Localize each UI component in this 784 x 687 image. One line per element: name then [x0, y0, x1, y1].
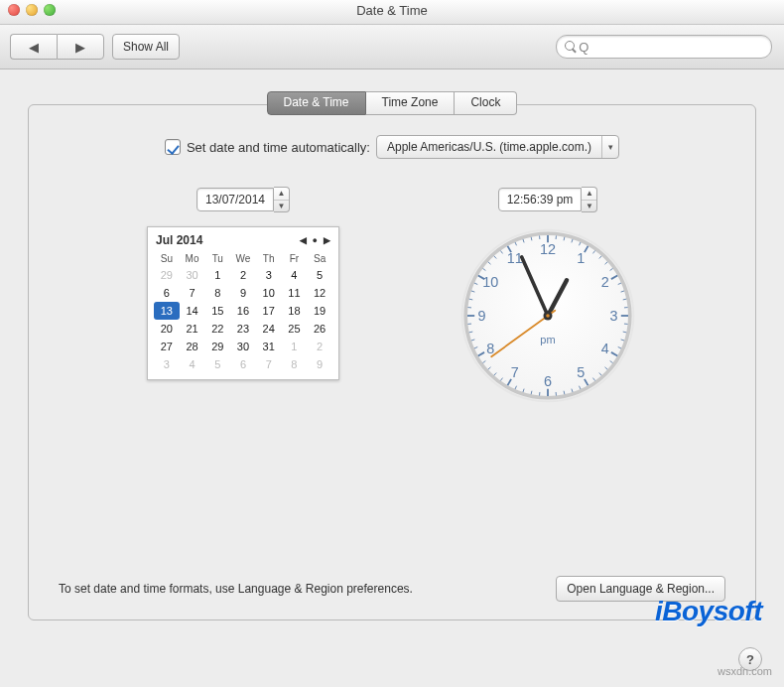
search-icon: [565, 41, 575, 53]
svg-text:5: 5: [577, 364, 585, 380]
calendar-day[interactable]: 13: [154, 302, 180, 320]
calendar-day[interactable]: 14: [180, 302, 205, 320]
tab-time-zone[interactable]: Time Zone: [366, 91, 456, 115]
stepper-down-icon[interactable]: ▼: [582, 201, 596, 212]
calendar-day[interactable]: 8: [204, 284, 230, 302]
calendar-prev-button[interactable]: ◀: [300, 235, 307, 245]
window-title: Date & Time: [356, 3, 428, 18]
calendar-day[interactable]: 18: [282, 302, 308, 320]
stepper-up-icon[interactable]: ▲: [582, 188, 596, 201]
svg-text:1: 1: [577, 250, 585, 266]
calendar-day[interactable]: 2: [230, 266, 256, 284]
auto-set-row: Set date and time automatically: Apple A…: [59, 135, 725, 159]
calendar-day: 5: [204, 355, 230, 373]
nav-back-button[interactable]: ◀: [10, 34, 57, 60]
time-stepper-arrows[interactable]: ▲ ▼: [582, 187, 597, 212]
calendar-day: 9: [307, 355, 332, 373]
panel: Set date and time automatically: Apple A…: [28, 104, 756, 620]
calendar-today-button[interactable]: ●: [313, 235, 318, 245]
calendar-day[interactable]: 22: [204, 320, 230, 338]
time-stepper[interactable]: 12:56:39 pm ▲ ▼: [498, 187, 598, 212]
calendar-day[interactable]: 30: [230, 338, 256, 355]
calendar-day: 8: [282, 355, 308, 373]
toolbar: ◀ ▶ Show All Q: [0, 25, 784, 69]
calendar-day[interactable]: 9: [230, 284, 256, 302]
nav-forward-button[interactable]: ▶: [57, 34, 104, 60]
search-field[interactable]: Q: [556, 35, 772, 59]
calendar-day[interactable]: 17: [256, 302, 282, 320]
calendar-day: 2: [307, 338, 332, 355]
calendar-day[interactable]: 1: [204, 266, 230, 284]
minimize-window-button[interactable]: [26, 4, 38, 16]
calendar-day[interactable]: 12: [307, 284, 332, 302]
time-field[interactable]: 12:56:39 pm: [498, 188, 583, 211]
calendar-day[interactable]: 7: [180, 284, 205, 302]
calendar-day[interactable]: 27: [154, 338, 180, 355]
time-server-value: Apple Americas/U.S. (time.apple.com.): [377, 140, 601, 154]
zoom-window-button[interactable]: [44, 4, 56, 16]
show-all-label: Show All: [123, 40, 169, 54]
calendar-dow: Mo: [180, 251, 205, 266]
stepper-down-icon[interactable]: ▼: [274, 201, 289, 212]
calendar-day[interactable]: 21: [180, 320, 205, 338]
calendar-day[interactable]: 26: [307, 320, 332, 338]
calendar-day[interactable]: 23: [230, 320, 256, 338]
body: Date & Time Time Zone Clock Set date and…: [0, 69, 784, 687]
calendar-day[interactable]: 3: [256, 266, 282, 284]
tab-date-time[interactable]: Date & Time: [267, 91, 366, 115]
tab-strip: Date & Time Time Zone Clock: [28, 91, 756, 115]
calendar-dow: Su: [154, 251, 180, 266]
calendar-day[interactable]: 16: [230, 302, 256, 320]
calendar-day[interactable]: 6: [154, 284, 180, 302]
auto-set-label: Set date and time automatically:: [187, 140, 370, 155]
preferences-window: Date & Time ◀ ▶ Show All Q Date & Time T…: [0, 0, 784, 687]
search-input[interactable]: [588, 39, 763, 55]
svg-text:9: 9: [477, 308, 485, 324]
calendar-day[interactable]: 15: [204, 302, 230, 320]
calendar-day[interactable]: 19: [307, 302, 332, 320]
tab-clock[interactable]: Clock: [455, 91, 517, 115]
calendar-day: 4: [180, 355, 205, 373]
calendar-day: 3: [154, 355, 180, 373]
nav-back-forward: ◀ ▶: [10, 34, 104, 60]
search-glyph: Q: [579, 40, 588, 55]
date-stepper[interactable]: 13/07/2014 ▲ ▼: [196, 187, 290, 212]
calendar-next-button[interactable]: ▶: [324, 235, 330, 245]
svg-text:2: 2: [601, 274, 609, 290]
date-time-columns: 13/07/2014 ▲ ▼ Jul 2014 ◀ ● ▶: [59, 187, 725, 405]
attribution-text: wsxdn.com: [718, 665, 772, 677]
stepper-up-icon[interactable]: ▲: [274, 188, 289, 201]
analog-clock: 121234567891011 pm: [458, 226, 637, 405]
calendar-day[interactable]: 29: [204, 338, 230, 355]
footer-row: To set date and time formats, use Langua…: [59, 576, 725, 602]
show-all-button[interactable]: Show All: [112, 34, 180, 60]
calendar-day[interactable]: 24: [256, 320, 282, 338]
calendar-day[interactable]: 28: [180, 338, 205, 355]
calendar-day: 1: [282, 338, 308, 355]
calendar-day[interactable]: 31: [256, 338, 282, 355]
calendar-day[interactable]: 10: [256, 284, 282, 302]
date-field[interactable]: 13/07/2014: [196, 188, 274, 211]
calendar-dow: Tu: [204, 251, 230, 266]
date-stepper-arrows[interactable]: ▲ ▼: [274, 187, 290, 212]
auto-set-checkbox[interactable]: [165, 139, 181, 155]
calendar-dow: Fr: [282, 251, 308, 266]
calendar-day[interactable]: 4: [282, 266, 308, 284]
clock-ampm-label: pm: [540, 334, 555, 345]
close-window-button[interactable]: [8, 4, 20, 16]
calendar-day[interactable]: 11: [282, 284, 308, 302]
svg-point-78: [546, 314, 550, 318]
chevron-left-icon: ◀: [29, 40, 39, 55]
calendar: Jul 2014 ◀ ● ▶ SuMoTuWeThFrSa29301234567…: [147, 226, 339, 380]
calendar-day[interactable]: 25: [282, 320, 308, 338]
traffic-lights: [8, 4, 56, 16]
svg-text:6: 6: [544, 373, 552, 389]
calendar-day[interactable]: 20: [154, 320, 180, 338]
svg-text:3: 3: [610, 308, 618, 324]
calendar-day: 29: [154, 266, 180, 284]
time-server-dropdown[interactable]: Apple Americas/U.S. (time.apple.com.) ▾: [376, 135, 619, 159]
calendar-dow: Sa: [307, 251, 332, 266]
calendar-day[interactable]: 5: [307, 266, 332, 284]
calendar-day: 30: [180, 266, 205, 284]
dropdown-caret-icon: ▾: [601, 136, 618, 158]
